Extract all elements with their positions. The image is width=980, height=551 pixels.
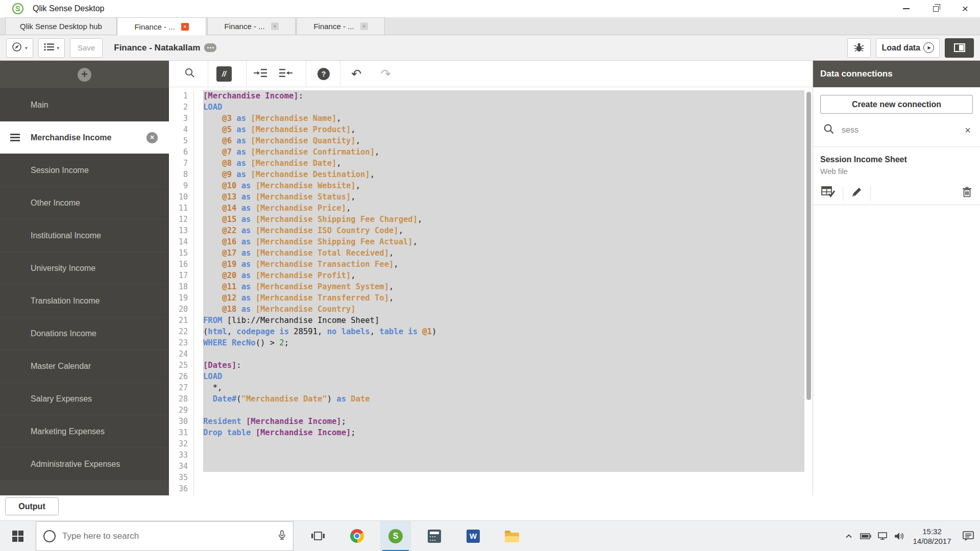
code-line[interactable]: @18 as [Merhcandise Country]	[203, 304, 804, 315]
select-data-button[interactable]	[821, 186, 835, 200]
code-line[interactable]	[203, 449, 804, 461]
code-line[interactable]: @10 as [Merchandise Website],	[203, 180, 804, 191]
microphone-icon[interactable]	[278, 530, 286, 542]
file-explorer-button[interactable]	[497, 521, 527, 551]
sidebar-item-other-income[interactable]: Other Income	[0, 187, 169, 219]
tray-expand-button[interactable]	[840, 521, 857, 551]
code-line[interactable]: WHERE RecNo() > 2;	[203, 337, 804, 348]
connection-search-input[interactable]	[842, 126, 958, 135]
code-line[interactable]: @15 as [Merchandise Shipping Fee Charged…	[203, 214, 804, 225]
code-line[interactable]: Drop table [Merchandise Income];	[203, 427, 804, 438]
taskbar-search[interactable]	[36, 521, 293, 551]
task-view-button[interactable]	[303, 521, 333, 551]
code-line[interactable]: @8 as [Merchandise Date],	[203, 158, 804, 169]
minimize-button[interactable]	[891, 0, 921, 17]
add-section-button[interactable]: +	[78, 68, 91, 82]
code-line[interactable]: *,	[203, 382, 804, 393]
clear-search-icon[interactable]: ×	[965, 124, 971, 136]
code-line[interactable]	[203, 461, 804, 472]
save-button[interactable]: Save	[70, 38, 103, 58]
code-line[interactable]: @17 as [Merchandise Total Received],	[203, 247, 804, 259]
sidebar-item-session-income[interactable]: Session Income	[0, 154, 169, 186]
sidebar-item-salary-expenses[interactable]: Salary Expenses	[0, 383, 169, 415]
code-line[interactable]: @7 as [Merchandise Confirmation],	[203, 146, 804, 158]
debug-button[interactable]	[847, 38, 871, 58]
sidebar-item-master-calendar[interactable]: Master Calendar	[0, 350, 169, 382]
code-line[interactable]: [Merchandise Income]:	[203, 90, 804, 102]
navigation-menu-button[interactable]: ▾	[6, 38, 33, 58]
code-line[interactable]: FROM [lib://Merchandise Income Sheet]	[203, 315, 804, 326]
sidebar-item-institutional-income[interactable]: Institutional Income	[0, 219, 169, 252]
delete-connection-button[interactable]	[962, 187, 972, 199]
sidebar-item-main[interactable]: Main	[0, 89, 169, 121]
word-app-button[interactable]: W	[458, 521, 488, 551]
sidebar-item-administrative-expenses[interactable]: Administrative Expenses	[0, 448, 169, 480]
code-line[interactable]: LOAD	[203, 371, 804, 382]
tab-hub[interactable]: Qlik Sense Desktop hub	[5, 17, 117, 35]
taskbar-search-input[interactable]	[62, 531, 272, 541]
close-section-icon[interactable]: ×	[146, 132, 158, 143]
search-button[interactable]	[182, 67, 198, 81]
code-line[interactable]: LOAD	[203, 102, 804, 113]
code-line[interactable]	[203, 348, 804, 360]
redo-button[interactable]: ↷	[378, 69, 394, 79]
code-line[interactable]: Date#("Merchandise Date") as Date	[203, 393, 804, 405]
volume-icon[interactable]	[891, 521, 908, 551]
start-button[interactable]	[0, 521, 36, 551]
display-icon[interactable]	[874, 521, 891, 551]
comment-button[interactable]: //	[216, 66, 232, 82]
tab-close-icon[interactable]: ×	[181, 23, 189, 31]
load-data-button[interactable]: Load data ▶	[876, 38, 940, 58]
outdent-button[interactable]	[278, 68, 293, 80]
tab-app-1[interactable]: Finance - ...×	[117, 17, 206, 35]
create-connection-button[interactable]: Create new connection	[820, 95, 973, 114]
tab-close-icon[interactable]: ×	[360, 22, 368, 30]
indent-button[interactable]	[253, 68, 268, 80]
calculator-app-button[interactable]	[419, 521, 450, 551]
toggle-right-panel-button[interactable]	[945, 38, 974, 58]
sidebar-item-university-income[interactable]: University Income	[0, 252, 169, 284]
sidebar-item-merchandise-income[interactable]: Merchandise Income×	[0, 121, 169, 154]
tab-app-2[interactable]: Finance - ...×	[207, 17, 296, 35]
qlik-sense-app-button[interactable]: S	[380, 521, 411, 551]
output-button[interactable]: Output	[5, 497, 59, 515]
edit-connection-button[interactable]	[851, 186, 863, 200]
chrome-app-button[interactable]	[341, 521, 372, 551]
code-line[interactable]: @22 as [Merchandise ISO Country Code],	[203, 225, 804, 236]
code-line[interactable]: @14 as [Merchandise Price],	[203, 203, 804, 214]
editor-scrollbar[interactable]	[806, 92, 811, 400]
sections-menu-button[interactable]: ▾	[38, 38, 65, 58]
code-line[interactable]: @9 as [Merchandise Destination],	[203, 169, 804, 180]
undo-button[interactable]: ↶	[349, 69, 364, 79]
code-line[interactable]	[203, 483, 804, 494]
app-info-bubble-icon[interactable]	[204, 43, 216, 52]
restore-button[interactable]	[921, 0, 950, 17]
code-line[interactable]: @13 as [Merchandise Status],	[203, 191, 804, 203]
code-line[interactable]: Resident [Merchandise Income];	[203, 416, 804, 427]
sidebar-item-translation-income[interactable]: Translation Income	[0, 285, 169, 317]
code-line[interactable]: (html, codepage is 28591, no labels, tab…	[203, 326, 804, 337]
code-line[interactable]: @3 as [Merchandise Name],	[203, 113, 804, 124]
sidebar-item-donations-income[interactable]: Donations Income	[0, 317, 169, 349]
help-button[interactable]: ?	[317, 68, 330, 80]
code-line[interactable]	[203, 438, 804, 449]
code-line[interactable]	[203, 472, 804, 483]
code-line[interactable]: @12 as [Merhcandise Transferred To],	[203, 292, 804, 304]
code-line[interactable]: @19 as [Merchandise Transaction Fee],	[203, 259, 804, 270]
code-line[interactable]: @5 as [Merchandise Product],	[203, 124, 804, 135]
sidebar-item-marketing-expenses[interactable]: Marketing Expenses	[0, 415, 169, 447]
battery-icon[interactable]	[857, 521, 874, 551]
code-line[interactable]: @20 as [Merchandise Profit],	[203, 270, 804, 281]
code-line[interactable]: [Dates]:	[203, 360, 804, 371]
tab-app-3[interactable]: Finance - ...×	[297, 17, 385, 35]
tab-close-icon[interactable]: ×	[271, 22, 279, 30]
action-center-button[interactable]	[957, 521, 980, 551]
taskbar-clock[interactable]: 15:32 14/08/2017	[908, 527, 957, 546]
code-line[interactable]: @16 as [Merchandise Shipping Fee Actual]…	[203, 236, 804, 247]
connection-item[interactable]: Session Income Sheet Web file	[813, 147, 980, 176]
code-line[interactable]	[203, 405, 804, 416]
code-line[interactable]: @6 as [Merchandise Quantity],	[203, 135, 804, 146]
code-area[interactable]: 1234567891011121314151617181920212223242…	[169, 87, 813, 495]
close-window-button[interactable]: ×	[950, 0, 980, 17]
code-line[interactable]: @11 as [Merhcandise Payment System],	[203, 281, 804, 292]
